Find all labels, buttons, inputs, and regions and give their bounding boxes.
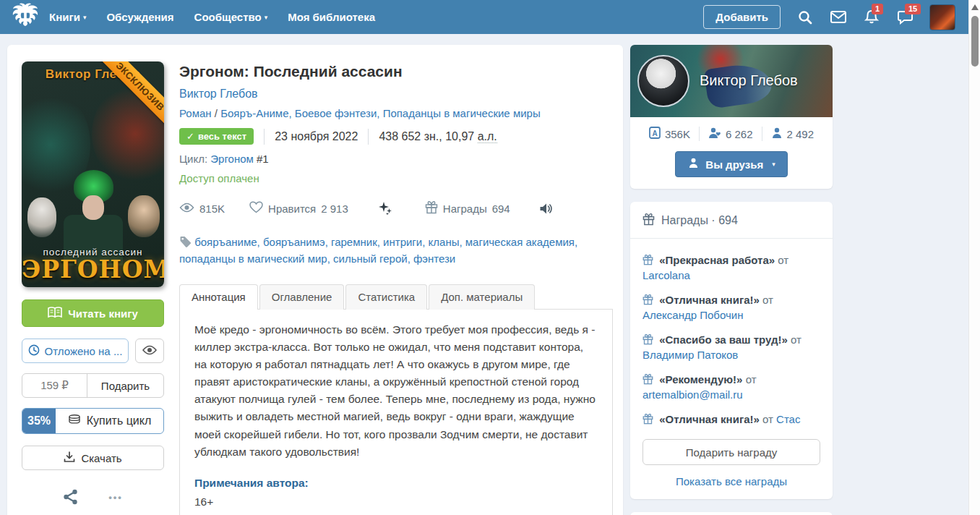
tag-link[interactable]: бояръанимэ: [263, 236, 331, 248]
friends-button[interactable]: Вы друзья ▾: [675, 151, 787, 177]
open-book-icon: [48, 307, 62, 320]
tag-link[interactable]: фэнтези: [413, 252, 455, 265]
award-item: «Спасибо за ваш труд!» от Владимир Паток…: [642, 332, 820, 362]
search-icon[interactable]: [796, 9, 814, 26]
tag-link[interactable]: гаремник: [331, 236, 383, 248]
tab-contents[interactable]: Оглавление: [259, 284, 345, 310]
tab-annotation[interactable]: Аннотация: [179, 284, 258, 310]
site-logo[interactable]: [10, 3, 40, 32]
user-avatar[interactable]: [929, 4, 955, 30]
tag-link[interactable]: кланы: [429, 236, 465, 248]
navbar-right: Добавить 1 15: [703, 4, 968, 30]
gift-icon: [425, 200, 438, 216]
author-notes-label: Примечания автора:: [194, 477, 598, 490]
sparkles-icon[interactable]: [377, 201, 393, 216]
award-giver-link[interactable]: Александр Побочин: [642, 309, 743, 321]
buy-gift-button-group: 159 ₽ Подарить: [22, 373, 164, 398]
nav-item-books[interactable]: Книги▾: [49, 11, 86, 23]
scrollbar-up-arrow[interactable]: [971, 4, 979, 10]
ellipsis-icon[interactable]: •••: [108, 492, 123, 503]
nav-item-my-library[interactable]: Моя библиотека: [288, 11, 375, 23]
svg-text:A: A: [652, 129, 657, 137]
book-cover-image[interactable]: Виктор Глебов ЭКСКЛЮЗИВ последний ассаси…: [22, 61, 164, 287]
speaker-icon[interactable]: [539, 203, 553, 215]
envelope-icon[interactable]: [830, 9, 847, 26]
full-text-badge: ✓весь текст: [179, 128, 254, 145]
genre-link[interactable]: Бояръ-Аниме: [220, 107, 295, 119]
author-name-link[interactable]: Виктор Глебов: [700, 72, 798, 89]
also-read-card: С этой книгой читают: [630, 512, 833, 515]
window-scrollbar[interactable]: [968, 0, 980, 515]
genre-link[interactable]: Попаданцы в магические миры: [383, 107, 541, 119]
buy-cycle-button[interactable]: Купить цикл: [56, 409, 163, 433]
book-page-card: Виктор Глебов ЭКСКЛЮЗИВ последний ассаси…: [7, 45, 623, 515]
also-read-header: С этой книгой читают: [630, 512, 833, 515]
coins-icon: [68, 414, 81, 428]
gift-award-button[interactable]: Подарить награду: [642, 439, 820, 465]
award-item: «Рекомендую!» от artemalbion@mail.ru: [642, 372, 820, 402]
watch-toggle-button[interactable]: [135, 339, 164, 363]
views-stat: 815K: [179, 203, 225, 215]
genre-link[interactable]: Боевое фэнтези: [295, 107, 383, 119]
author-card: Виктор Глебов A 356K 6 262 2 49: [630, 45, 833, 189]
add-button[interactable]: Добавить: [703, 5, 781, 29]
awards-stat[interactable]: Награды 694: [425, 200, 510, 216]
author-banner[interactable]: Виктор Глебов: [630, 45, 833, 117]
cycle-discount-badge[interactable]: 35%: [22, 409, 56, 433]
chat-icon[interactable]: 15: [896, 9, 914, 26]
gift-book-button[interactable]: Подарить: [87, 374, 163, 397]
author-works-stat[interactable]: A 356K: [649, 127, 690, 141]
tag-link[interactable]: сильный герой: [333, 252, 413, 265]
eye-icon: [179, 203, 194, 215]
person-icon: [771, 127, 783, 141]
author-link[interactable]: Виктор Глебов: [179, 88, 258, 100]
notifications-badge: 1: [872, 4, 883, 14]
book-a-icon: A: [649, 127, 661, 141]
postponed-button[interactable]: Отложено на ...: [22, 339, 129, 363]
top-navbar: Книги▾ Обсуждения Сообщество▾ Моя библио…: [0, 0, 968, 34]
tag-link[interactable]: магическая академия: [465, 236, 577, 248]
messages-badge: 15: [905, 4, 921, 14]
nav-item-community[interactable]: Сообщество▾: [194, 11, 268, 23]
like-button[interactable]: Нравится 2 913: [249, 201, 348, 216]
award-giver-link[interactable]: Владимир Патоков: [642, 349, 738, 361]
share-icon[interactable]: [63, 489, 78, 505]
author-stats-row: A 356K 6 262 2 492: [630, 117, 833, 142]
author-friends-stat[interactable]: 2 492: [771, 127, 814, 141]
tag-link[interactable]: бояръаниме: [194, 236, 263, 248]
gift-icon: [642, 373, 656, 386]
right-sidebar: Виктор Глебов A 356K 6 262 2 49: [630, 45, 833, 515]
gift-icon: [642, 294, 656, 306]
tag-link[interactable]: интриги: [383, 236, 428, 248]
price-button[interactable]: 159 ₽: [22, 374, 87, 397]
author-avatar[interactable]: [637, 55, 689, 107]
read-book-button[interactable]: Читать книгу: [22, 299, 164, 327]
book-cover-column: Виктор Глебов ЭКСКЛЮЗИВ последний ассаси…: [22, 61, 164, 515]
award-giver-link[interactable]: artemalbion@mail.ru: [642, 388, 743, 401]
award-giver-link[interactable]: Стас: [776, 413, 800, 425]
gift-icon: [642, 333, 656, 346]
gift-icon: [642, 213, 655, 229]
caret-down-icon: ▾: [772, 161, 775, 168]
gift-icon: [642, 413, 656, 425]
eye-icon: [142, 345, 157, 357]
award-giver-link[interactable]: Larcolana: [642, 269, 690, 281]
bell-icon[interactable]: 1: [863, 9, 880, 26]
show-all-awards-link[interactable]: Показать все награды: [642, 475, 820, 488]
annotation-text: Моё кредо - эргономичность во всём. Этог…: [194, 321, 598, 461]
nav-item-discussions[interactable]: Обсуждения: [106, 11, 173, 23]
clock-icon: [28, 344, 40, 358]
access-status: Доступ оплачен: [179, 172, 613, 184]
age-rating: 16+: [194, 495, 598, 508]
form-link[interactable]: Роман: [179, 107, 212, 119]
download-button[interactable]: Скачать: [22, 446, 164, 470]
tag-link[interactable]: попаданцы в магический мир: [179, 252, 333, 265]
tab-statistics[interactable]: Статистика: [345, 284, 427, 310]
tab-extras[interactable]: Доп. материалы: [429, 284, 535, 310]
scrollbar-thumb[interactable]: [971, 16, 979, 67]
main-menu: Книги▾ Обсуждения Сообщество▾ Моя библио…: [49, 11, 375, 23]
author-subscribers-stat[interactable]: 6 262: [708, 127, 753, 141]
check-icon: ✓: [186, 131, 194, 142]
book-info-column: Эргоном: Последний ассасин Виктор Глебов…: [164, 61, 613, 515]
cycle-link[interactable]: Эргоном: [210, 153, 254, 165]
